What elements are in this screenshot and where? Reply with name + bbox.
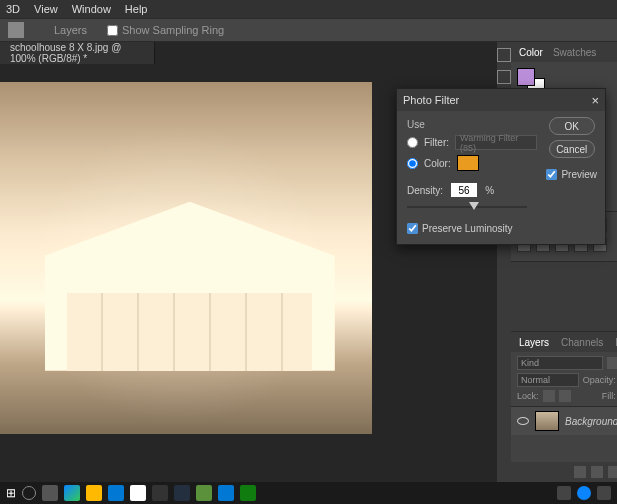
explorer-icon[interactable]: [86, 485, 102, 501]
tray-icon-3[interactable]: [597, 486, 611, 500]
task-view-icon[interactable]: [42, 485, 58, 501]
edge-icon[interactable]: [64, 485, 80, 501]
menu-3d[interactable]: 3D: [6, 3, 20, 15]
new-layer-icon[interactable]: [608, 466, 617, 478]
tab-color[interactable]: Color: [519, 47, 543, 58]
close-icon[interactable]: ×: [591, 93, 599, 108]
percent-label: %: [485, 185, 494, 196]
show-sampling-ring[interactable]: Show Sampling Ring: [107, 24, 224, 36]
filter-select[interactable]: Warming Filter (85): [455, 135, 537, 150]
document-tab[interactable]: schoolhouse 8 X 8.jpg @ 100% (RGB/8#) *: [0, 42, 155, 64]
tray-icon-2[interactable]: [577, 486, 591, 500]
visibility-icon[interactable]: [517, 417, 529, 425]
filter-icon[interactable]: [607, 357, 617, 369]
layers-dropdown[interactable]: Layers: [54, 24, 87, 36]
fx-icon[interactable]: [574, 466, 586, 478]
menu-bar: 3D View Window Help: [0, 0, 617, 18]
app-icon-1[interactable]: [108, 485, 124, 501]
menu-view[interactable]: View: [34, 3, 58, 15]
tab-layers[interactable]: Layers: [519, 337, 549, 348]
photo-filter-dialog: Photo Filter × OK Cancel Preview Use Fil…: [396, 88, 606, 245]
options-bar: Layers Show Sampling Ring: [0, 18, 617, 42]
amazon-icon[interactable]: [174, 485, 190, 501]
store-icon[interactable]: [130, 485, 146, 501]
ok-button[interactable]: OK: [549, 117, 595, 135]
menu-window[interactable]: Window: [72, 3, 111, 15]
density-input[interactable]: 56: [451, 183, 477, 197]
layer-filter-kind[interactable]: Kind: [517, 356, 603, 370]
cancel-button[interactable]: Cancel: [549, 140, 595, 158]
menu-help[interactable]: Help: [125, 3, 148, 15]
filter-radio[interactable]: [407, 137, 418, 148]
lock-pos-icon[interactable]: [559, 390, 571, 402]
layer-name[interactable]: Background: [565, 416, 617, 427]
collapsed-panel[interactable]: [511, 262, 617, 332]
panel-icon[interactable]: [497, 70, 511, 84]
use-label: Use: [407, 119, 537, 130]
app-icon-2[interactable]: [196, 485, 212, 501]
blend-mode[interactable]: Normal: [517, 373, 579, 387]
dropbox-icon[interactable]: [152, 485, 168, 501]
layer-thumbnail[interactable]: [535, 411, 559, 431]
mail-icon[interactable]: [218, 485, 234, 501]
sample-swatch[interactable]: [8, 22, 24, 38]
lock-icon[interactable]: [543, 390, 555, 402]
color-label: Color:: [424, 158, 451, 169]
opacity-label: Opacity:: [583, 375, 616, 385]
document-image: [0, 82, 372, 434]
density-label: Density:: [407, 185, 443, 196]
layer-background[interactable]: Background: [511, 407, 617, 435]
dialog-title: Photo Filter: [403, 94, 459, 106]
filter-label: Filter:: [424, 137, 449, 148]
color-swatch[interactable]: [457, 155, 479, 171]
search-icon[interactable]: [22, 486, 36, 500]
tab-channels[interactable]: Channels: [561, 337, 603, 348]
start-button[interactable]: ⊞: [6, 486, 16, 500]
tray-icon-1[interactable]: [557, 486, 571, 500]
taskbar: ⊞: [0, 482, 617, 504]
collapse-icon[interactable]: [497, 48, 511, 62]
color-radio[interactable]: [407, 158, 418, 169]
fill-label: Fill:: [602, 391, 616, 401]
preview-checkbox[interactable]: Preview: [546, 169, 597, 180]
density-slider[interactable]: [407, 201, 527, 213]
lock-label: Lock:: [517, 391, 539, 401]
layers-panel: Layers Channels Paths Kind Normal Opacit…: [511, 332, 617, 482]
tab-swatches[interactable]: Swatches: [553, 47, 596, 58]
app-icon-3[interactable]: [240, 485, 256, 501]
mask-icon[interactable]: [591, 466, 603, 478]
preserve-luminosity[interactable]: Preserve Luminosity: [407, 223, 537, 234]
